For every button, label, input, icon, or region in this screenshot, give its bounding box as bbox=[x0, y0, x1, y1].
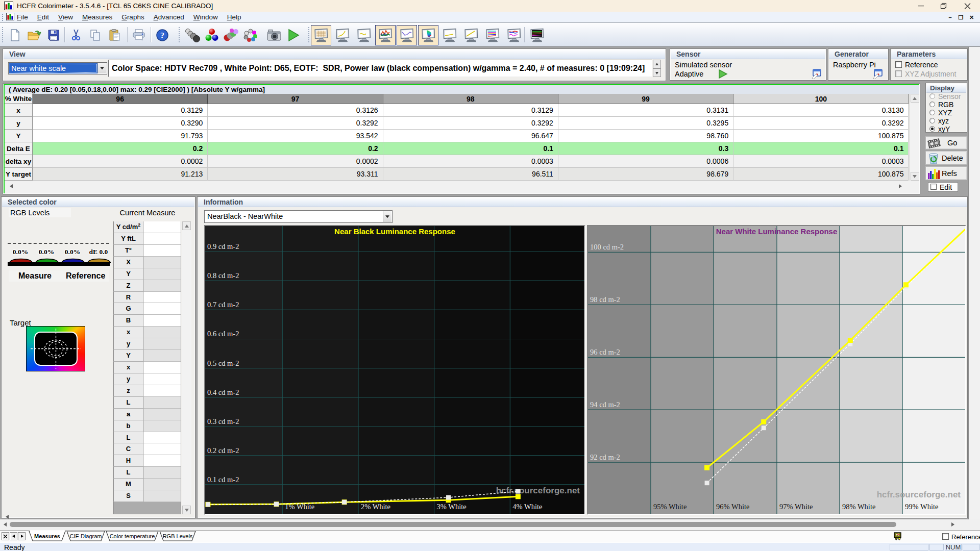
camera-button[interactable] bbox=[264, 26, 284, 45]
colorspace-info-box[interactable]: Color Space: HDTV Rec709 , White Point: … bbox=[108, 60, 652, 77]
radio-xyy[interactable] bbox=[929, 126, 935, 132]
minimize-button[interactable] bbox=[912, 0, 929, 12]
cm-row-value-18[interactable] bbox=[143, 432, 181, 444]
grid-vscroll-down-button[interactable] bbox=[911, 172, 919, 181]
cell-delta-e-96[interactable]: 0.2 bbox=[33, 142, 208, 155]
cm-row-value-20[interactable] bbox=[143, 455, 181, 467]
cm-row-value-4[interactable] bbox=[143, 268, 181, 280]
edit-checkbox[interactable] bbox=[930, 184, 937, 190]
go-button[interactable]: Go bbox=[925, 136, 967, 149]
reference-view-checkbox[interactable] bbox=[942, 533, 949, 540]
cell-x-97[interactable]: 0.3126 bbox=[208, 104, 383, 117]
cm-row-value-7[interactable] bbox=[143, 303, 181, 315]
cell-y-97[interactable]: 0.3292 bbox=[208, 117, 383, 130]
column-header-97[interactable]: 97 bbox=[208, 94, 383, 104]
cell-x-100[interactable]: 0.3130 bbox=[733, 104, 909, 117]
column-header-98[interactable]: 98 bbox=[383, 94, 558, 104]
cm-row-value-12[interactable] bbox=[143, 362, 181, 373]
cm-row-value-8[interactable] bbox=[143, 315, 181, 327]
hscroll-left-button[interactable] bbox=[2, 522, 7, 527]
save-button[interactable] bbox=[44, 26, 63, 45]
delete-button[interactable]: Delete bbox=[925, 151, 967, 165]
menu-advanced[interactable]: Advanced bbox=[149, 12, 189, 22]
cell-x-99[interactable]: 0.3131 bbox=[558, 104, 733, 117]
cell-delta-xy-98[interactable]: 0.0003 bbox=[383, 155, 558, 168]
tab-color-temperature[interactable]: Color temperature bbox=[106, 533, 158, 539]
new-button[interactable] bbox=[5, 26, 24, 45]
cell-y-100[interactable]: 0.3292 bbox=[733, 117, 909, 130]
radio-xyz[interactable] bbox=[929, 118, 935, 123]
information-combobox[interactable]: NearBlack - NearWhite bbox=[204, 210, 393, 223]
cm-row-value-11[interactable] bbox=[143, 350, 181, 362]
cell-delta-xy-100[interactable]: 0.0003 bbox=[733, 155, 909, 168]
graph-v-curve-button[interactable] bbox=[397, 25, 417, 45]
cm-row-value-0[interactable] bbox=[143, 221, 181, 233]
tab-measures[interactable]: Measures bbox=[29, 533, 65, 539]
sensor-settings-button[interactable] bbox=[811, 68, 822, 79]
column-header-96[interactable]: 96 bbox=[33, 94, 208, 104]
reference-checkbox[interactable] bbox=[895, 61, 902, 68]
print-button[interactable] bbox=[129, 26, 149, 45]
cell-y-99[interactable]: 0.3295 bbox=[558, 117, 733, 130]
view-scale-combobox[interactable]: Near white scale bbox=[8, 62, 107, 74]
cell-y-100[interactable]: 100.875 bbox=[733, 130, 909, 142]
paste-button[interactable] bbox=[105, 26, 125, 45]
pane-hscroll-left-icon[interactable] bbox=[4, 515, 9, 519]
copy-button[interactable] bbox=[86, 26, 105, 45]
cell-y-target-100[interactable]: 100.875 bbox=[733, 168, 909, 181]
refs-button[interactable]: Refs bbox=[925, 166, 967, 180]
close-button[interactable] bbox=[959, 0, 976, 12]
cm-row-value-13[interactable] bbox=[143, 373, 181, 385]
cell-y-99[interactable]: 98.760 bbox=[558, 130, 733, 142]
graph-dark-multi-button[interactable] bbox=[527, 25, 547, 45]
cell-x-96[interactable]: 0.3129 bbox=[33, 104, 208, 117]
toolbar-grip[interactable] bbox=[308, 27, 310, 42]
xyz-adjustment-checkbox[interactable] bbox=[895, 70, 902, 77]
graph-wavy-curve-button[interactable] bbox=[354, 25, 374, 45]
cell-delta-xy-96[interactable]: 0.0002 bbox=[33, 155, 208, 168]
cm-row-value-1[interactable] bbox=[143, 233, 181, 245]
cm-row-value-5[interactable] bbox=[143, 280, 181, 292]
cell-delta-xy-97[interactable]: 0.0002 bbox=[208, 155, 383, 168]
spinner-up-button[interactable] bbox=[653, 60, 661, 68]
graph-measures-grid-button[interactable] bbox=[311, 25, 331, 45]
menu-view[interactable]: View bbox=[54, 12, 78, 22]
tab-cie-diagram[interactable]: CIE Diagram bbox=[67, 533, 105, 539]
open-button[interactable] bbox=[24, 26, 44, 45]
cell-delta-e-97[interactable]: 0.2 bbox=[208, 142, 383, 155]
cell-delta-e-98[interactable]: 0.1 bbox=[383, 142, 558, 155]
menu-graphs[interactable]: Graphs bbox=[117, 12, 149, 22]
column-header-99[interactable]: 99 bbox=[558, 94, 733, 104]
cm-vscroll-down-button[interactable] bbox=[182, 506, 191, 514]
menu-help[interactable]: Help bbox=[223, 12, 246, 22]
grid-scroll-left-icon[interactable] bbox=[8, 184, 13, 188]
tab-rgb-levels[interactable]: RGB Levels bbox=[160, 533, 195, 539]
grid-vscroll-up-button[interactable] bbox=[911, 94, 919, 103]
cm-row-value-14[interactable] bbox=[143, 385, 181, 397]
rgb-balls-button[interactable] bbox=[202, 26, 222, 45]
sensor-chain-button[interactable] bbox=[183, 26, 202, 45]
cell-y-96[interactable]: 0.3290 bbox=[33, 117, 208, 130]
menu-file[interactable]: File bbox=[12, 12, 33, 22]
sensor-play-button[interactable] bbox=[718, 69, 728, 79]
cm-row-value-17[interactable] bbox=[143, 420, 181, 432]
column-header-100[interactable]: 100 bbox=[733, 94, 909, 104]
cell-delta-xy-99[interactable]: 0.0006 bbox=[558, 155, 733, 168]
tray-tool-icon[interactable] bbox=[894, 532, 901, 540]
cell-y-target-96[interactable]: 91.213 bbox=[33, 168, 208, 181]
ball-ring-button[interactable] bbox=[241, 26, 260, 45]
cm-row-value-23[interactable] bbox=[143, 490, 181, 502]
cell-delta-e-100[interactable]: 0.1 bbox=[733, 142, 909, 155]
cm-vscroll-up-button[interactable] bbox=[182, 221, 191, 230]
cm-row-value-22[interactable] bbox=[143, 479, 181, 490]
graph-gamma-curve-button[interactable] bbox=[332, 25, 353, 45]
graph-cie-gamut-button[interactable] bbox=[418, 25, 438, 45]
color-balls-button[interactable] bbox=[222, 26, 241, 45]
radio-xyz[interactable] bbox=[929, 110, 935, 115]
restore-button[interactable] bbox=[935, 0, 952, 12]
cm-row-value-19[interactable] bbox=[143, 443, 181, 455]
cut-button[interactable] bbox=[66, 26, 86, 45]
grid-scroll-right-icon[interactable] bbox=[899, 184, 904, 188]
cell-y-target-97[interactable]: 93.311 bbox=[208, 168, 383, 181]
cm-row-value-10[interactable] bbox=[143, 338, 181, 350]
